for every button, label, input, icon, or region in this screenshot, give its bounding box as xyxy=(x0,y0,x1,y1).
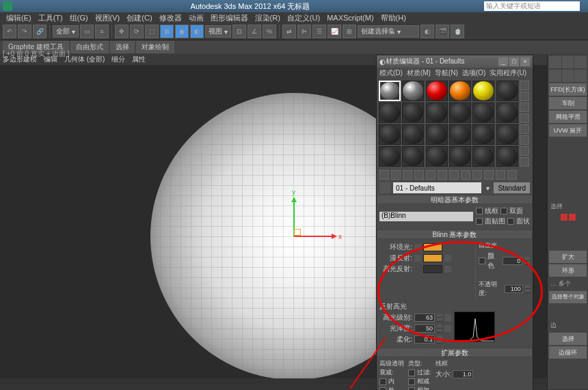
put-to-scene-icon[interactable] xyxy=(391,170,401,180)
diffuse-swatch[interactable] xyxy=(423,254,442,262)
type-add-radio[interactable] xyxy=(408,387,415,391)
material-swatch[interactable] xyxy=(402,124,424,145)
get-material-icon[interactable] xyxy=(379,170,389,180)
material-type-button[interactable]: Standard xyxy=(494,182,530,193)
rollout-basic-header[interactable]: 明暗器基本参数 xyxy=(377,195,533,204)
menu-animation[interactable]: 动画 xyxy=(185,13,207,23)
cmd-meshsmooth-button[interactable]: 网格平滑 xyxy=(549,111,587,123)
align-icon[interactable]: ⊫ xyxy=(297,25,311,38)
menu-group[interactable]: 组(G) xyxy=(66,13,92,23)
put-to-lib-icon[interactable] xyxy=(449,170,459,180)
layers-icon[interactable]: ☰ xyxy=(312,25,326,38)
menu-edit[interactable]: 编辑(E) xyxy=(3,13,35,23)
make-unique-icon[interactable] xyxy=(438,170,447,180)
ribbon-tab-paint[interactable]: 对象绘制 xyxy=(136,41,174,53)
eyedropper-icon[interactable] xyxy=(379,182,390,193)
manipulate-icon[interactable]: ◐ xyxy=(190,25,204,38)
material-swatch[interactable] xyxy=(426,146,448,167)
cmd-uvw-button[interactable]: UVW 展开 xyxy=(549,124,587,137)
soften-spinbtn[interactable] xyxy=(437,335,442,344)
ribbon-tab-freeform[interactable]: 自由形式 xyxy=(70,41,109,53)
menu-graph[interactable]: 图形编辑器 xyxy=(207,13,252,23)
close-button[interactable]: × xyxy=(520,57,530,66)
assign-icon[interactable] xyxy=(403,170,412,180)
mirror-icon[interactable]: ⇄ xyxy=(282,25,296,38)
menu-render[interactable]: 渲染(R) xyxy=(252,13,284,23)
cmd-tab-modify[interactable] xyxy=(562,56,574,68)
facemap-checkbox[interactable] xyxy=(476,218,483,225)
type-filter-radio[interactable] xyxy=(408,370,415,376)
material-swatch[interactable] xyxy=(472,124,494,145)
wire-size-spinner[interactable]: 1.0 xyxy=(453,370,473,378)
make-copy-icon[interactable] xyxy=(426,170,436,180)
move-icon[interactable]: ✥ xyxy=(115,25,129,38)
material-swatch-6[interactable] xyxy=(496,81,518,101)
material-swatch-1[interactable] xyxy=(379,81,401,101)
falloff-in-radio[interactable] xyxy=(379,378,386,385)
material-editor-titlebar[interactable]: ◐ 材质编辑器 - 01 - Defaults _ □ × xyxy=(377,55,533,68)
snap-toggle-icon[interactable]: ⊡ xyxy=(232,25,246,38)
diffuse-map-button[interactable] xyxy=(444,255,451,262)
rollout-blinn-header[interactable]: Blinn 基本参数 xyxy=(377,229,533,239)
options-icon[interactable] xyxy=(520,146,529,156)
backlight-icon[interactable] xyxy=(520,92,529,101)
cmd-lathe-button[interactable]: 车削 xyxy=(549,97,587,109)
opacity-spinner[interactable]: 100 xyxy=(505,285,523,293)
opacity-spinbtn[interactable] xyxy=(525,285,530,293)
material-swatch-3[interactable] xyxy=(426,81,448,101)
material-swatch[interactable] xyxy=(379,146,401,167)
material-editor-icon[interactable]: ◐ xyxy=(420,25,434,38)
me-menu-options[interactable]: 选项(O) xyxy=(462,68,485,78)
material-swatch[interactable] xyxy=(496,146,518,167)
cmd-selwhole-button[interactable]: 选择整个对象 xyxy=(549,291,587,303)
go-parent-icon[interactable] xyxy=(496,170,505,180)
me-menu-nav[interactable]: 导航(N) xyxy=(435,68,458,78)
cmd-ring-button[interactable]: 边循环 xyxy=(549,346,587,359)
specular-swatch[interactable] xyxy=(423,265,442,273)
curve-editor-icon[interactable]: 📈 xyxy=(328,25,341,38)
search-input[interactable]: 输入关键字或短语 xyxy=(484,1,580,11)
select-name-icon[interactable]: ≡ xyxy=(95,25,109,38)
angle-snap-icon[interactable]: ∠ xyxy=(248,25,261,38)
glossiness-spinner[interactable]: 50 xyxy=(414,324,435,333)
minimize-button[interactable]: _ xyxy=(498,57,508,66)
cmd-shrink-button[interactable]: 环形 xyxy=(549,264,587,277)
preview-icon[interactable] xyxy=(520,135,529,145)
menu-help[interactable]: 帮助(H) xyxy=(377,13,410,23)
redo-icon[interactable]: ↷ xyxy=(18,25,31,38)
video-check-icon[interactable] xyxy=(520,124,529,134)
glossiness-spinbtn[interactable] xyxy=(437,324,442,333)
material-swatch[interactable] xyxy=(426,124,448,145)
cmd-tab-motion[interactable] xyxy=(549,70,561,82)
self-illum-spinbtn[interactable] xyxy=(524,257,530,265)
material-swatch-2[interactable] xyxy=(402,81,424,101)
self-illum-spinner[interactable]: 0 xyxy=(503,257,522,265)
material-swatch[interactable] xyxy=(472,146,494,167)
material-swatch-5[interactable] xyxy=(472,81,494,101)
center-icon[interactable]: ◉ xyxy=(175,25,189,38)
cmd-tab-utilities[interactable] xyxy=(574,70,587,82)
soften-spinner[interactable]: 0.1 xyxy=(414,335,435,344)
2sided-checkbox[interactable] xyxy=(500,208,507,214)
render-setup-icon[interactable]: 🎬 xyxy=(436,25,449,38)
ribbon-sub-subdiv[interactable]: 细分 xyxy=(111,55,125,64)
glossiness-map[interactable] xyxy=(444,325,451,332)
cmd-ffd-button[interactable]: FFD(长方体) xyxy=(549,83,587,96)
material-swatch[interactable] xyxy=(472,102,494,123)
faceted-checkbox[interactable] xyxy=(507,218,514,225)
diffuse-lock-icon[interactable] xyxy=(414,255,421,262)
scale-icon[interactable]: ⬚ xyxy=(145,25,159,38)
material-swatch[interactable] xyxy=(449,146,471,167)
refcoord-dropdown[interactable]: 视图▾ xyxy=(205,25,231,38)
sample-type-icon[interactable] xyxy=(520,81,529,90)
shader-type-dropdown[interactable]: (B)Blinn xyxy=(379,212,473,221)
go-sibling-icon[interactable] xyxy=(507,170,517,180)
me-menu-util[interactable]: 实用程序(U) xyxy=(490,68,526,78)
cmd-expand-button[interactable]: 扩大 xyxy=(549,251,587,263)
ribbon-sub-props[interactable]: 属性 xyxy=(132,55,146,64)
undo-icon[interactable]: ↶ xyxy=(3,25,16,38)
cmd-sel-button[interactable]: 选择 xyxy=(549,333,587,345)
specular-map-button[interactable] xyxy=(444,266,451,273)
selection-filter-dropdown[interactable]: 全部▾ xyxy=(53,25,79,38)
material-swatch[interactable] xyxy=(496,102,518,123)
